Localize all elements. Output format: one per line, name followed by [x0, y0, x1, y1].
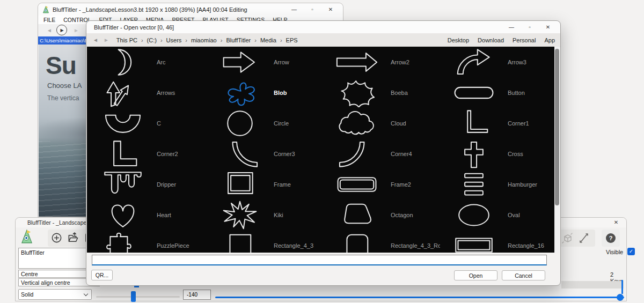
scrollbar[interactable] [554, 47, 560, 253]
style-dropdown[interactable]: Solid [18, 289, 92, 300]
shape-item-corner1[interactable]: Corner1 [440, 108, 557, 138]
keyframe-cursor[interactable] [621, 280, 623, 294]
offset-slider-handle[interactable] [131, 291, 136, 302]
filename-input[interactable] [92, 255, 547, 265]
main-titlebar: BluffTitler - _LandscapeLesson3.bt 1920 … [38, 3, 343, 16]
breadcrumb-separator-icon: › [160, 37, 163, 43]
shape-label: Blob [274, 90, 287, 96]
timeline-slider-track[interactable] [215, 297, 624, 298]
shape-item-corner4[interactable]: Corner4 [323, 138, 440, 169]
quick-link-personal[interactable]: Personal [513, 37, 536, 43]
shape-item-rectangle_4_3[interactable]: Rectangle_4_3 [206, 230, 323, 253]
shape-item-corner3[interactable]: Corner3 [206, 138, 323, 169]
shape-label: Arrow2 [391, 59, 409, 65]
shape-item-oval[interactable]: Oval [440, 199, 557, 230]
dialog-minimize-button[interactable]: — [502, 21, 521, 33]
keyframe-track[interactable] [561, 281, 624, 289]
cancel-button[interactable]: Cancel [502, 270, 545, 280]
quick-links: DesktopDownloadPersonalApp [448, 37, 555, 43]
dialog-close-button[interactable]: ✕ [539, 21, 557, 33]
shape-label: Frame2 [391, 181, 411, 188]
quick-link-desktop[interactable]: Desktop [448, 37, 469, 43]
breadcrumb-separator-icon: › [141, 37, 143, 43]
play-button[interactable]: ▶ [56, 25, 67, 35]
shape-item-heart[interactable]: Heart [89, 199, 206, 230]
menu-file[interactable]: FILE [43, 17, 55, 23]
minimize-button[interactable]: — [285, 3, 303, 16]
shape-item-blob[interactable]: Blob [206, 77, 323, 108]
shape-item-arrow2[interactable]: Arrow2 [323, 47, 440, 77]
circle-shape-icon [216, 109, 264, 138]
breadcrumb: This PC›(C:)›Users›miaomiao›BluffTitler›… [116, 37, 298, 43]
shape-item-hamburger[interactable]: Hamburger [440, 169, 557, 199]
breadcrumb-item-media[interactable]: Media [260, 37, 276, 43]
shape-item-arc[interactable]: Arc [89, 47, 206, 77]
shape-item-boeba[interactable]: Boeba [323, 77, 440, 108]
shape-item-octagon[interactable]: Octagon [323, 199, 440, 230]
shape-label: Corner4 [391, 151, 412, 157]
help-button[interactable]: ? [602, 230, 620, 247]
shape-item-button[interactable]: Button [440, 77, 557, 108]
shape-item-frame2[interactable]: Frame2 [323, 169, 440, 199]
dialog-maximize-button[interactable]: ▫ [521, 21, 539, 33]
shape-item-rectangle_4_3_rounded[interactable]: Rectangle_4_3_Rounded [323, 230, 440, 253]
breadcrumb-item-blufftitler[interactable]: BluffTitler [226, 37, 251, 43]
puzzlepiece-shape-icon [99, 231, 147, 253]
open-button[interactable]: Open [454, 270, 497, 280]
close-button[interactable]: ✕ [321, 3, 340, 16]
forward-icon[interactable]: ► [104, 37, 109, 43]
shape-label: Rectangle_16 [508, 242, 544, 249]
add-layer-icon[interactable] [51, 232, 62, 243]
offset-slider-track[interactable] [96, 296, 180, 298]
shape-item-cloud[interactable]: Cloud [323, 108, 440, 138]
back-icon[interactable]: ◄ [93, 37, 98, 43]
shape-item-rectangle_16[interactable]: Rectangle_16 [440, 230, 557, 253]
shape-label: Cross [508, 151, 523, 157]
heart-shape-icon [99, 201, 147, 230]
layer-close-button[interactable]: ✕ [610, 218, 622, 227]
maximize-button[interactable]: ▫ [303, 3, 321, 16]
breadcrumb-item-eps[interactable]: EPS [286, 37, 298, 43]
scrollbar-thumb[interactable] [555, 49, 559, 205]
breadcrumb-item-users[interactable]: Users [166, 37, 182, 43]
shape-item-puzzlepiece[interactable]: PuzzlePiece [89, 230, 206, 253]
shape-item-circle[interactable]: Circle [206, 108, 323, 138]
shape-item-corner2[interactable]: Corner2 [89, 138, 206, 169]
rectangle_16-shape-icon [450, 231, 498, 253]
shape-item-dripper[interactable]: Dripper [89, 169, 206, 199]
breadcrumb-item--c-[interactable]: (C:) [147, 37, 157, 43]
breadcrumb-item-miaomiao[interactable]: miaomiao [191, 37, 217, 43]
open-file-icon[interactable] [67, 232, 79, 243]
shape-item-c[interactable]: C [89, 108, 206, 138]
shape-label: Corner3 [274, 151, 295, 157]
breadcrumb-separator-icon: › [254, 37, 257, 43]
shape-item-cross[interactable]: Cross [440, 138, 557, 169]
preview-subtitle: Choose LA [47, 82, 82, 90]
breadcrumb-item-this-pc[interactable]: This PC [116, 37, 137, 43]
shape-item-arrows[interactable]: Arrows [89, 77, 206, 108]
shape-label: Arc [157, 59, 166, 65]
rectangle_4_3_rounded-shape-icon [333, 231, 381, 253]
dripper-shape-icon [99, 170, 147, 199]
visible-checkbox[interactable]: ✓ [627, 248, 635, 255]
corner2-shape-icon [99, 139, 147, 168]
shape-item-arrow[interactable]: Arrow [206, 47, 323, 77]
previous-icon[interactable]: ◄ [47, 24, 52, 36]
quick-link-app[interactable]: App [544, 37, 555, 43]
quick-link-download[interactable]: Download [478, 37, 504, 43]
dialog-navbar: ◄ ► This PC›(C:)›Users›miaomiao›BluffTit… [86, 33, 560, 47]
shape-item-arrow3[interactable]: Arrow3 [440, 47, 557, 77]
shape-label: Corner2 [157, 151, 178, 157]
corner3-shape-icon [216, 139, 264, 168]
timeline-slider-handle[interactable] [617, 294, 624, 301]
shape-item-kiki[interactable]: Kiki [206, 199, 323, 230]
shape-label: Arrows [157, 90, 175, 96]
offset-value-input[interactable] [183, 290, 211, 300]
cube-tool-icon[interactable] [562, 232, 574, 244]
shape-item-frame[interactable]: Frame [206, 169, 323, 199]
octagon-shape-icon [333, 201, 381, 230]
next-icon[interactable]: ► [74, 24, 79, 36]
qr-button[interactable]: QR... [91, 270, 113, 280]
scale-tool-icon[interactable] [578, 232, 590, 244]
preview-body-text: The vertica [47, 94, 79, 102]
